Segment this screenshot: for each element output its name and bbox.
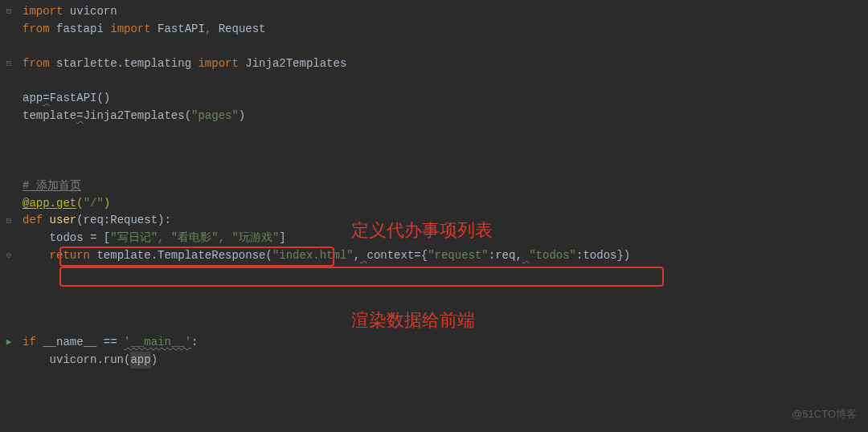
code-line	[23, 282, 868, 300]
code-line	[23, 143, 868, 161]
code-line: def user(req:Request):	[23, 212, 868, 230]
code-editor: ⊟ ⊟ ⊟ ⊖ ▶ import uvicorn from fastapi im…	[0, 0, 868, 432]
code-line: @app.get("/")	[23, 195, 868, 213]
fold-icon[interactable]: ⊟	[0, 55, 18, 73]
code-line: app=FastAPI()	[23, 90, 868, 108]
code-line	[23, 300, 868, 317]
code-line: from fastapi import FastAPI, Request	[23, 21, 868, 39]
code-line	[23, 125, 868, 143]
code-line	[23, 264, 868, 282]
code-line	[23, 38, 868, 55]
code-line: if __name__ == '__main__':	[23, 334, 868, 352]
code-line: template=Jinja2Templates("pages")	[23, 108, 868, 125]
code-line: return template.TemplateResponse("index.…	[23, 247, 868, 265]
code-line	[23, 73, 868, 91]
code-line	[23, 316, 868, 334]
run-icon[interactable]: ▶	[0, 334, 18, 352]
code-line: # 添加首页	[23, 177, 868, 195]
code-line: from starlette.templating import Jinja2T…	[23, 55, 868, 73]
code-line	[23, 160, 868, 177]
fold-icon[interactable]: ⊟	[0, 3, 18, 21]
fold-icon[interactable]: ⊟	[0, 212, 18, 230]
code-line: import uvicorn	[23, 3, 868, 21]
code-line: uvicorn.run(app)	[23, 352, 868, 369]
code-line: todos = ["写日记", "看电影", "玩游戏"]	[23, 230, 868, 247]
code-area[interactable]: import uvicorn from fastapi import FastA…	[18, 0, 868, 432]
fold-end-icon[interactable]: ⊖	[0, 247, 18, 265]
gutter: ⊟ ⊟ ⊟ ⊖ ▶	[0, 0, 18, 432]
